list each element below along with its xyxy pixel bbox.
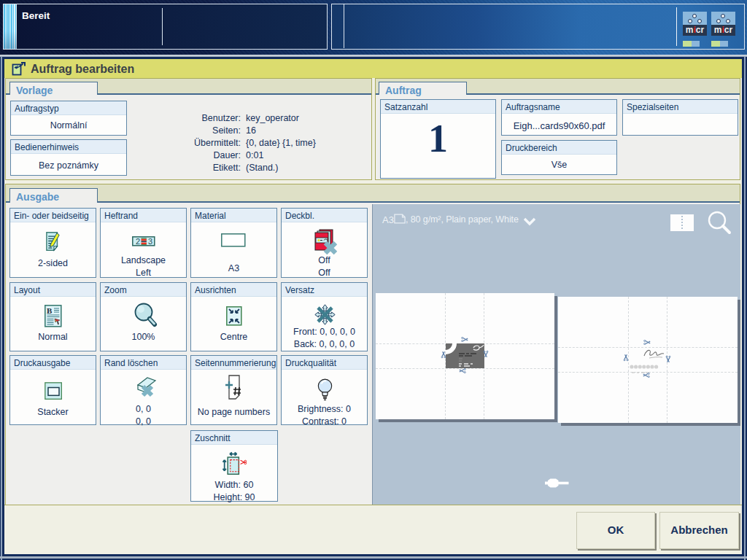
svg-text:B: B bbox=[47, 306, 53, 315]
svg-text:2: 2 bbox=[136, 237, 140, 246]
svg-text:3: 3 bbox=[148, 237, 152, 246]
